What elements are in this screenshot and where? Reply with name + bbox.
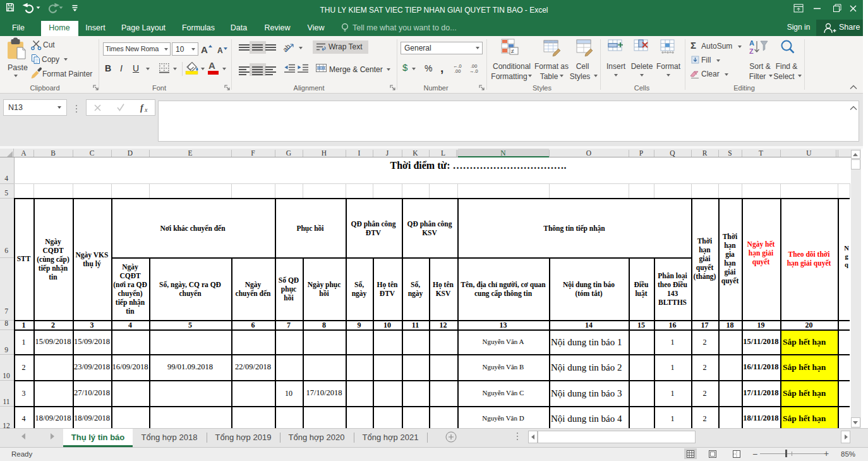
- svg-text:≠: ≠: [511, 48, 514, 54]
- svg-text:.00: .00: [454, 68, 461, 74]
- svg-text:x: x: [144, 106, 148, 113]
- svg-text:f: f: [140, 103, 144, 113]
- svg-text:ab: ab: [281, 42, 292, 53]
- svg-text:A: A: [749, 39, 754, 47]
- svg-text:→.0: →.0: [469, 68, 478, 74]
- svg-text:Z: Z: [749, 47, 754, 55]
